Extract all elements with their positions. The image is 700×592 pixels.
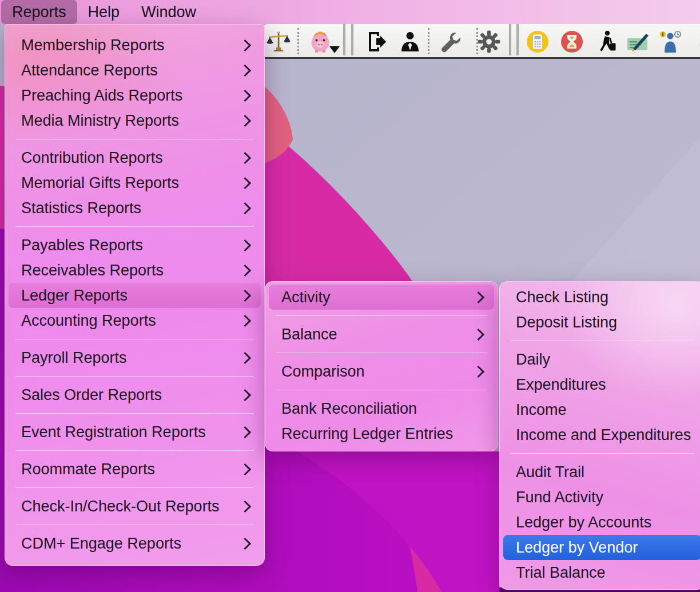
traveler-icon[interactable] bbox=[594, 29, 619, 54]
submenu-chevron-icon bbox=[472, 365, 484, 377]
menu-item-daily[interactable]: Daily bbox=[503, 347, 700, 372]
toolbar-separator-dotted bbox=[428, 28, 429, 54]
menu-item-check-listing[interactable]: Check Listing bbox=[503, 285, 700, 310]
menu-item-contribution-reports[interactable]: Contribution Reports bbox=[9, 145, 261, 170]
menu-item-attendance-reports[interactable]: Attendance Reports bbox=[9, 58, 261, 83]
menu-item-preaching-aids-reports[interactable]: Preaching Aids Reports bbox=[9, 83, 261, 108]
menubar-item-reports[interactable]: Reports bbox=[1, 0, 77, 24]
menu-item-comparison[interactable]: Comparison bbox=[269, 359, 494, 384]
menu-item-payroll-reports[interactable]: Payroll Reports bbox=[9, 345, 261, 370]
screen: { "menubar": { "items": [ {"label": "Rep… bbox=[0, 0, 700, 592]
account-user-icon[interactable] bbox=[397, 29, 423, 54]
check-writing-icon[interactable] bbox=[626, 29, 651, 54]
submenu-chevron-icon bbox=[239, 114, 251, 126]
reports-menu: Membership Reports Attendance Reports Pr… bbox=[5, 24, 265, 566]
submenu-chevron-icon bbox=[239, 500, 251, 512]
menu-separator bbox=[15, 450, 254, 451]
submenu-chevron-icon bbox=[239, 351, 251, 363]
submenu-chevron-icon bbox=[239, 202, 251, 214]
menu-item-expenditures[interactable]: Expenditures bbox=[503, 372, 700, 397]
menu-item-check-in-check-out-reports[interactable]: Check-In/Check-Out Reports bbox=[9, 494, 261, 519]
menu-item-trial-balance[interactable]: Trial Balance bbox=[503, 560, 700, 585]
submenu-chevron-icon bbox=[239, 426, 251, 438]
piggy-dropdown-arrow[interactable] bbox=[329, 46, 340, 53]
menu-item-ledger-by-accounts[interactable]: Ledger by Accounts bbox=[503, 510, 700, 535]
menu-separator bbox=[15, 413, 254, 414]
menu-separator bbox=[15, 525, 254, 525]
menu-item-audit-trail[interactable]: Audit Trail bbox=[503, 459, 700, 485]
submenu-chevron-icon bbox=[239, 314, 251, 326]
menu-item-event-registration-reports[interactable]: Event Registration Reports bbox=[9, 419, 261, 445]
menubar-item-help[interactable]: Help bbox=[77, 0, 131, 24]
submenu-chevron-icon bbox=[239, 537, 251, 549]
submenu-chevron-icon bbox=[239, 89, 251, 101]
submenu-chevron-icon bbox=[472, 328, 484, 340]
submenu-chevron-icon bbox=[239, 289, 251, 301]
menu-item-ledger-reports[interactable]: Ledger Reports bbox=[9, 283, 261, 308]
menu-separator bbox=[15, 139, 254, 139]
submenu-chevron-icon bbox=[472, 291, 484, 303]
menu-separator bbox=[15, 376, 254, 377]
menubar-item-window[interactable]: Window bbox=[130, 0, 207, 24]
menu-separator bbox=[276, 353, 487, 353]
menu-item-cdm-engage-reports[interactable]: CDM+ Engage Reports bbox=[9, 531, 261, 556]
menu-item-bank-reconciliation[interactable]: Bank Reconciliation bbox=[269, 396, 494, 421]
menu-separator bbox=[15, 226, 254, 227]
menu-separator bbox=[15, 487, 254, 488]
menu-separator bbox=[510, 341, 694, 341]
toolbar-separator-bar bbox=[343, 24, 345, 55]
piggy-bank-dropdown-icon[interactable] bbox=[308, 29, 333, 54]
toolbar-separator-bar bbox=[516, 24, 519, 55]
menu-item-deposit-listing[interactable]: Deposit Listing bbox=[503, 310, 700, 335]
gear-icon[interactable] bbox=[476, 29, 502, 54]
balance-scale-icon[interactable] bbox=[266, 29, 291, 54]
app-toolbar: $ bbox=[262, 24, 700, 59]
dollar-sign-icon[interactable]: $ bbox=[692, 29, 700, 54]
submenu-chevron-icon bbox=[239, 264, 251, 276]
menu-separator bbox=[276, 315, 487, 316]
menu-item-fund-activity[interactable]: Fund Activity bbox=[503, 485, 700, 510]
submenu-chevron-icon bbox=[239, 463, 251, 475]
wrench-icon[interactable] bbox=[438, 29, 463, 54]
toolbar-separator-dotted bbox=[297, 28, 299, 54]
menu-item-balance[interactable]: Balance bbox=[269, 322, 494, 347]
menu-item-ledger-by-vendor[interactable]: Ledger by Vendor bbox=[503, 535, 700, 560]
menu-item-recurring-ledger-entries[interactable]: Recurring Ledger Entries bbox=[269, 421, 494, 446]
menu-item-statistics-reports[interactable]: Statistics Reports bbox=[9, 195, 261, 221]
submenu-chevron-icon bbox=[239, 39, 251, 51]
menu-item-accounting-reports[interactable]: Accounting Reports bbox=[9, 308, 261, 333]
menu-separator bbox=[15, 339, 254, 339]
menu-separator bbox=[276, 390, 487, 390]
activity-submenu: Check Listing Deposit Listing Daily Expe… bbox=[499, 281, 700, 590]
hourglass-icon[interactable] bbox=[559, 29, 584, 54]
toolbar-separator-bar bbox=[351, 24, 353, 55]
menu-item-activity[interactable]: Activity bbox=[269, 285, 494, 310]
submenu-chevron-icon bbox=[239, 64, 251, 76]
menu-item-income-and-expenditures[interactable]: Income and Expenditures bbox=[503, 422, 700, 447]
menu-item-memorial-gifts-reports[interactable]: Memorial Gifts Reports bbox=[9, 170, 261, 195]
toolbar-separator-bar bbox=[509, 24, 511, 55]
menu-item-payables-reports[interactable]: Payables Reports bbox=[9, 233, 261, 258]
menu-item-receivables-reports[interactable]: Receivables Reports bbox=[9, 258, 261, 283]
submenu-chevron-icon bbox=[239, 151, 251, 163]
payroll-person-icon[interactable] bbox=[658, 29, 683, 54]
menu-item-sales-order-reports[interactable]: Sales Order Reports bbox=[9, 382, 261, 407]
menu-item-membership-reports[interactable]: Membership Reports bbox=[9, 33, 261, 58]
menu-item-media-ministry-reports[interactable]: Media Ministry Reports bbox=[9, 108, 261, 133]
ledger-reports-submenu: Activity Balance Comparison Bank Reconci… bbox=[265, 281, 498, 451]
submenu-chevron-icon bbox=[239, 389, 251, 401]
exit-door-icon[interactable] bbox=[364, 29, 389, 54]
menu-separator bbox=[510, 453, 694, 454]
menu-item-roommate-reports[interactable]: Roommate Reports bbox=[9, 457, 261, 482]
submenu-chevron-icon bbox=[239, 239, 251, 251]
menu-item-income[interactable]: Income bbox=[503, 397, 700, 422]
calculator-icon[interactable] bbox=[525, 29, 550, 54]
menu-bar: Reports Help Window bbox=[0, 0, 700, 24]
submenu-chevron-icon bbox=[239, 177, 251, 189]
